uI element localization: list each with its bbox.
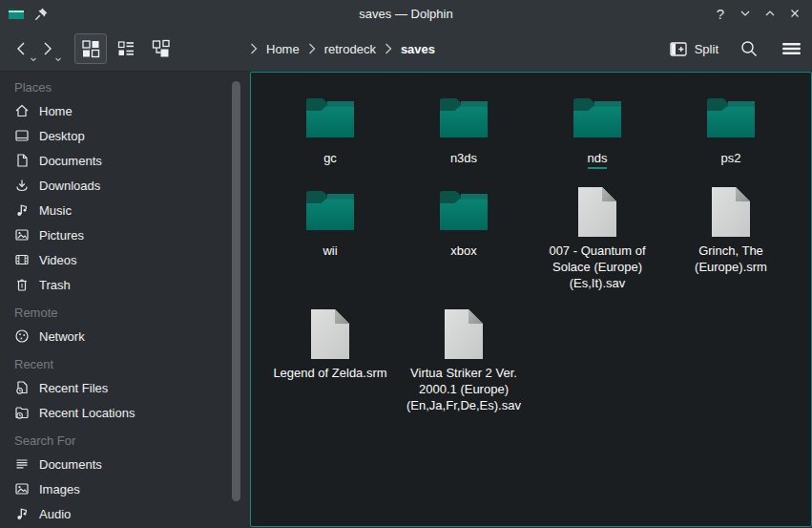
sidebar-item-label: Network: [39, 329, 85, 344]
icons-view-button[interactable]: [74, 33, 107, 64]
titlebar[interactable]: saves — Dolphin ?: [0, 0, 812, 27]
minimize-button[interactable]: [736, 4, 755, 23]
search-button[interactable]: [738, 37, 760, 60]
tree-view-button[interactable]: [145, 33, 177, 64]
picture-icon: [13, 481, 30, 497]
sidebar-item-search-audio[interactable]: Audio: [0, 501, 250, 526]
sidebar-item-pictures[interactable]: Pictures: [0, 222, 250, 247]
music-note-icon: [13, 506, 30, 522]
forward-icon: [38, 40, 55, 57]
text-lines-icon: [13, 456, 30, 473]
help-button[interactable]: ?: [711, 4, 730, 23]
minimize-icon: [739, 7, 752, 20]
sidebar-item-label: Home: [39, 104, 73, 118]
sidebar-item-network[interactable]: Network: [0, 324, 250, 348]
trash-icon: [13, 277, 30, 293]
file-icon: [704, 185, 758, 239]
sidebar-item-videos[interactable]: Videos: [0, 247, 250, 272]
folder-item-n3ds[interactable]: n3ds: [397, 88, 531, 180]
item-label: gc: [323, 150, 337, 166]
file-item-007-quantum-of-solace[interactable]: 007 - Quantum of Solace (Europe) (Es,It)…: [531, 180, 664, 303]
help-icon: ?: [717, 6, 724, 22]
network-icon: [13, 328, 30, 345]
item-label: n3ds: [450, 150, 477, 166]
folder-icon: [704, 93, 758, 146]
breadcrumb: Home retrodeck saves: [250, 27, 435, 71]
file-item-legend-of-zelda[interactable]: Legend of Zelda.srm: [263, 303, 397, 425]
item-label: ps2: [721, 150, 741, 166]
sidebar-item-recent-files[interactable]: Recent Files: [0, 375, 250, 400]
toolbar: Home retrodeck saves Split: [0, 27, 812, 72]
sidebar-item-home[interactable]: Home: [0, 98, 250, 123]
sidebar-item-trash[interactable]: Trash: [0, 272, 250, 297]
window-title: saves — Dolphin: [0, 7, 812, 21]
close-icon: [788, 7, 802, 20]
menu-button[interactable]: [780, 37, 802, 60]
recent-folder-icon: [13, 405, 30, 421]
sidebar-item-label: Music: [39, 203, 72, 218]
sidebar-item-label: Images: [39, 482, 80, 496]
item-label: wii: [323, 243, 337, 259]
file-item-grinch-the[interactable]: Grinch, The (Europe).srm: [664, 180, 798, 303]
sidebar-item-recent-locations[interactable]: Recent Locations: [0, 400, 250, 425]
item-label: nds: [588, 150, 608, 169]
view-mode-group: [74, 33, 177, 64]
folder-item-nds[interactable]: nds: [531, 88, 664, 180]
breadcrumb-current[interactable]: saves: [401, 42, 435, 56]
places-panel: Places Home Desktop Documents Downloads …: [0, 72, 250, 528]
recent-file-icon: [13, 380, 30, 396]
sidebar-item-label: Pictures: [39, 228, 84, 243]
sidebar-scrollbar[interactable]: [232, 81, 240, 501]
sidebar-item-search-images[interactable]: Images: [0, 476, 250, 501]
folder-item-wii[interactable]: wii: [263, 180, 397, 303]
folder-item-ps2[interactable]: ps2: [664, 88, 798, 180]
sidebar-item-downloads[interactable]: Downloads: [0, 173, 250, 198]
item-label: Virtua Striker 2 Ver. 2000.1 (Europe) (E…: [401, 365, 527, 413]
folder-icon: [303, 93, 357, 146]
folder-item-gc[interactable]: gc: [263, 88, 397, 180]
item-label: Legend of Zelda.srm: [273, 365, 386, 381]
chevron-right-icon: [250, 43, 258, 54]
forward-button[interactable]: [34, 34, 59, 63]
folder-icon: [437, 93, 490, 146]
close-button[interactable]: [785, 4, 804, 23]
folder-view[interactable]: gc n3ds nds ps2 wii: [250, 72, 812, 527]
sidebar-item-music[interactable]: Music: [0, 198, 250, 222]
folder-item-xbox[interactable]: xbox: [397, 180, 531, 303]
chevron-right-icon: [308, 43, 316, 54]
film-icon: [13, 252, 30, 268]
details-view-button[interactable]: [110, 33, 142, 64]
picture-icon: [13, 227, 30, 243]
sidebar-item-documents[interactable]: Documents: [0, 148, 250, 173]
split-view-button[interactable]: Split: [670, 41, 718, 57]
search-icon: [739, 39, 759, 58]
folder-icon: [571, 93, 624, 146]
split-button-label: Split: [695, 42, 718, 56]
file-icon: [437, 307, 490, 361]
pin-icon: [34, 7, 49, 21]
sidebar-item-desktop[interactable]: Desktop: [0, 123, 250, 148]
breadcrumb-retrodeck[interactable]: retrodeck: [324, 42, 376, 56]
sidebar-item-search-documents[interactable]: Documents: [0, 452, 250, 476]
sidebar-item-label: Documents: [39, 154, 102, 168]
sidebar-item-label: Audio: [39, 507, 71, 521]
sidebar-item-label: Videos: [39, 253, 77, 267]
sidebar-item-label: Recent Files: [39, 381, 108, 395]
file-icon: [571, 185, 624, 239]
sidebar-item-label: Downloads: [39, 179, 100, 193]
home-icon: [13, 103, 30, 119]
maximize-button[interactable]: [760, 4, 780, 23]
document-icon: [13, 153, 30, 169]
forward-dropdown-caret-icon: [54, 57, 62, 62]
item-label: xbox: [450, 243, 476, 259]
desktop-icon: [13, 128, 30, 144]
hamburger-menu-icon: [781, 41, 802, 56]
back-icon: [13, 40, 31, 57]
sidebar-item-label: Documents: [39, 457, 102, 472]
breadcrumb-home[interactable]: Home: [266, 42, 300, 56]
sidebar-item-label: Trash: [39, 278, 71, 292]
back-button[interactable]: [10, 34, 34, 63]
folder-icon: [303, 185, 357, 239]
file-item-virtua-striker-2[interactable]: Virtua Striker 2 Ver. 2000.1 (Europe) (E…: [397, 303, 531, 425]
file-icon: [303, 307, 357, 361]
